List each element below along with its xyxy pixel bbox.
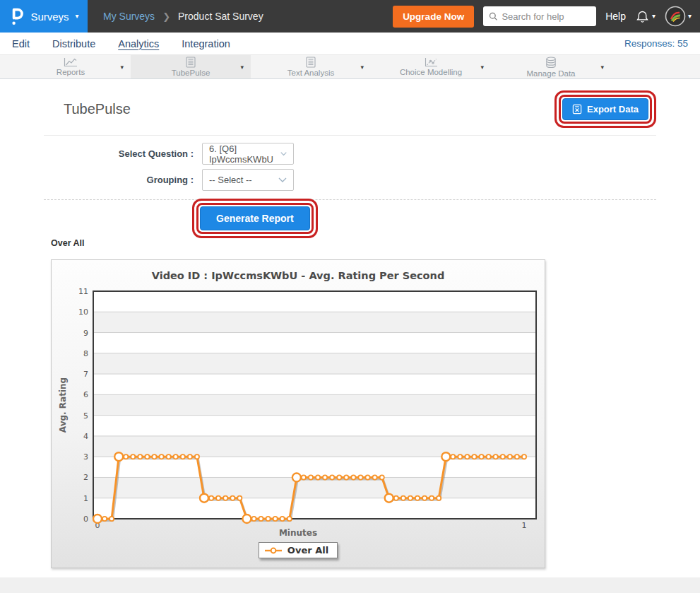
chart-title: Video ID : IpWccmsKWbU - Avg. Rating Per…: [52, 270, 545, 281]
svg-text:3: 3: [83, 452, 88, 462]
report-document-icon: [306, 57, 316, 68]
questionpro-logo-icon: [8, 5, 24, 28]
annotation-highlight-inner: Export Data: [559, 95, 652, 124]
scatter-chart-icon: [425, 57, 438, 67]
svg-text:5: 5: [83, 411, 88, 421]
breadcrumb-current: Product Sat Survey: [178, 11, 263, 22]
nav-integration[interactable]: Integration: [182, 38, 230, 49]
nav-edit[interactable]: Edit: [12, 38, 30, 49]
chevron-down-icon[interactable]: ▾: [480, 64, 484, 71]
chevron-down-icon[interactable]: ▾: [120, 64, 124, 71]
chevron-down-icon: [280, 151, 287, 156]
section-label: Over All: [51, 238, 656, 248]
annotation-highlight: Generate Report: [192, 199, 318, 238]
select-question-row: Select Question : 6. [Q6] IpWccmsKWbU: [44, 143, 656, 165]
generate-report-button[interactable]: Generate Report: [200, 206, 310, 230]
select-question-label: Select Question :: [44, 148, 202, 159]
chevron-down-icon[interactable]: ▾: [600, 64, 604, 71]
svg-text:2: 2: [83, 473, 88, 482]
chevron-down-icon[interactable]: ▾: [240, 64, 244, 71]
topbar-right: Upgrade Now Help ▾ ▾: [393, 6, 700, 28]
svg-text:0: 0: [83, 515, 88, 524]
analytics-tabbar: Reports ▾ TubePulse ▾ Text Analysis ▾ Ch…: [0, 55, 700, 79]
report-document-icon: [186, 57, 196, 68]
breadcrumb: My Surveys ❯ Product Sat Survey: [103, 11, 263, 22]
surveys-menu-label: Surveys: [30, 11, 69, 23]
report-form: Select Question : 6. [Q6] IpWccmsKWbU Gr…: [44, 143, 656, 191]
grouping-dropdown[interactable]: -- Select --: [202, 169, 294, 191]
help-link[interactable]: Help: [605, 11, 626, 22]
rating-line-chart: 0123456789101101Avg. Rating: [52, 284, 546, 528]
nav-distribute[interactable]: Distribute: [52, 38, 95, 49]
grouping-label: Grouping :: [44, 175, 202, 185]
chevron-down-icon[interactable]: ▾: [360, 64, 364, 71]
chevron-down-icon: ▾: [688, 13, 692, 20]
search-icon: [489, 11, 497, 21]
legend-item-overall[interactable]: Over All: [259, 542, 338, 558]
svg-text:7: 7: [83, 370, 88, 379]
bell-icon: [635, 8, 650, 25]
grouping-value: -- Select --: [209, 175, 252, 185]
database-icon: [545, 57, 557, 69]
chevron-down-icon: [278, 177, 287, 182]
legend-label: Over All: [287, 545, 328, 556]
topbar: Surveys ▾ My Surveys ❯ Product Sat Surve…: [0, 0, 700, 33]
svg-text:Avg. Rating: Avg. Rating: [58, 377, 68, 433]
tab-reports[interactable]: Reports ▾: [11, 55, 131, 78]
select-question-dropdown[interactable]: 6. [Q6] IpWccmsKWbU: [202, 143, 294, 165]
help-search: [483, 6, 596, 26]
breadcrumb-my-surveys[interactable]: My Surveys: [103, 11, 155, 22]
tab-manage-data[interactable]: Manage Data ▾: [491, 55, 611, 78]
svg-text:1: 1: [83, 494, 88, 503]
responses-count: Responses: 55: [624, 38, 688, 49]
nav-analytics[interactable]: Analytics: [118, 38, 159, 49]
chart-panel: Video ID : IpWccmsKWbU - Avg. Rating Per…: [51, 259, 545, 568]
tab-text-analysis[interactable]: Text Analysis ▾: [251, 55, 371, 78]
tab-tubepulse[interactable]: TubePulse ▾: [131, 55, 251, 78]
upgrade-now-button[interactable]: Upgrade Now: [393, 6, 474, 28]
chevron-down-icon: ▾: [652, 13, 655, 20]
export-spreadsheet-icon: [572, 104, 582, 115]
x-axis-label: Minutes: [52, 528, 545, 538]
svg-text:4: 4: [83, 432, 88, 441]
tab-label: TubePulse: [172, 69, 210, 77]
svg-text:1: 1: [522, 521, 527, 528]
select-question-value: 6. [Q6] IpWccmsKWbU: [209, 143, 280, 165]
svg-text:8: 8: [83, 349, 88, 358]
svg-text:10: 10: [78, 307, 88, 317]
export-data-button[interactable]: Export Data: [562, 98, 648, 120]
svg-text:6: 6: [83, 390, 88, 399]
tab-label: Reports: [57, 68, 85, 76]
legend-series-marker-icon: [264, 546, 283, 555]
svg-text:9: 9: [83, 329, 88, 338]
breadcrumb-separator-icon: ❯: [162, 11, 170, 22]
search-input[interactable]: [502, 11, 591, 22]
annotation-highlight-inner: Generate Report: [196, 203, 314, 234]
line-chart-icon: [64, 57, 78, 67]
export-data-label: Export Data: [587, 104, 639, 115]
grouping-row: Grouping : -- Select --: [44, 169, 656, 191]
tab-label: Text Analysis: [287, 69, 334, 77]
avatar: [665, 6, 686, 27]
svg-text:11: 11: [78, 287, 88, 296]
page-title: TubePulse: [64, 101, 131, 117]
notifications-button[interactable]: ▾: [635, 8, 655, 25]
survey-nav: Edit Distribute Analytics Integration Re…: [0, 33, 700, 55]
tab-label: Manage Data: [526, 69, 575, 78]
dashed-divider: [44, 199, 656, 200]
annotation-highlight: Export Data: [554, 90, 656, 128]
tab-choice-modelling[interactable]: Choice Modelling ▾: [371, 55, 491, 78]
main-content: TubePulse Export Data Select Question: [0, 79, 700, 577]
chevron-down-icon: ▾: [76, 13, 79, 20]
surveys-product-menu[interactable]: Surveys ▾: [0, 0, 88, 33]
heading-row: TubePulse Export Data: [44, 79, 656, 136]
user-menu[interactable]: ▾: [665, 6, 692, 27]
tab-label: Choice Modelling: [400, 68, 462, 76]
